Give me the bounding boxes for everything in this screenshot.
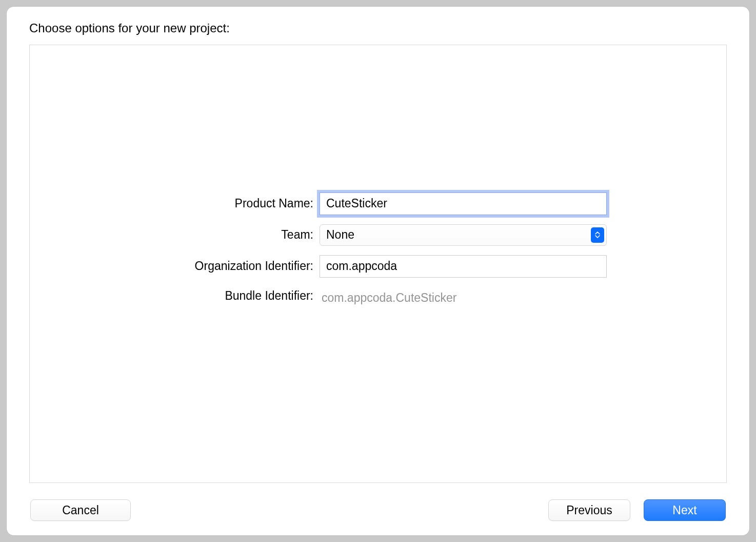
team-row: Team: None (149, 224, 607, 246)
next-button[interactable]: Next (644, 499, 726, 521)
organization-identifier-field-wrap (320, 255, 607, 278)
team-select-value: None (326, 228, 354, 242)
product-name-field-wrap (320, 192, 607, 215)
previous-button[interactable]: Previous (548, 499, 630, 521)
options-form: Product Name: Team: None (149, 192, 607, 305)
options-content-box: Product Name: Team: None (29, 45, 727, 483)
team-select[interactable]: None (320, 224, 607, 246)
updown-arrows-icon (591, 227, 604, 243)
product-name-label: Product Name: (149, 197, 313, 210)
new-project-options-dialog: Choose options for your new project: Pro… (7, 7, 749, 535)
team-label: Team: (149, 228, 313, 242)
organization-identifier-label: Organization Identifier: (149, 259, 313, 273)
nav-button-group: Previous Next (548, 499, 726, 521)
dialog-button-bar: Cancel Previous Next (29, 499, 727, 521)
bundle-identifier-value: com.appcoda.CuteSticker (320, 287, 607, 305)
organization-identifier-row: Organization Identifier: (149, 255, 607, 278)
product-name-row: Product Name: (149, 192, 607, 215)
team-field-wrap: None (320, 224, 607, 246)
dialog-title: Choose options for your new project: (29, 21, 727, 35)
organization-identifier-input[interactable] (320, 255, 607, 278)
bundle-identifier-label: Bundle Identifier: (149, 289, 313, 303)
cancel-button[interactable]: Cancel (30, 499, 131, 521)
bundle-identifier-field-wrap: com.appcoda.CuteSticker (320, 287, 607, 305)
product-name-input[interactable] (320, 192, 607, 215)
bundle-identifier-row: Bundle Identifier: com.appcoda.CuteStick… (149, 287, 607, 305)
